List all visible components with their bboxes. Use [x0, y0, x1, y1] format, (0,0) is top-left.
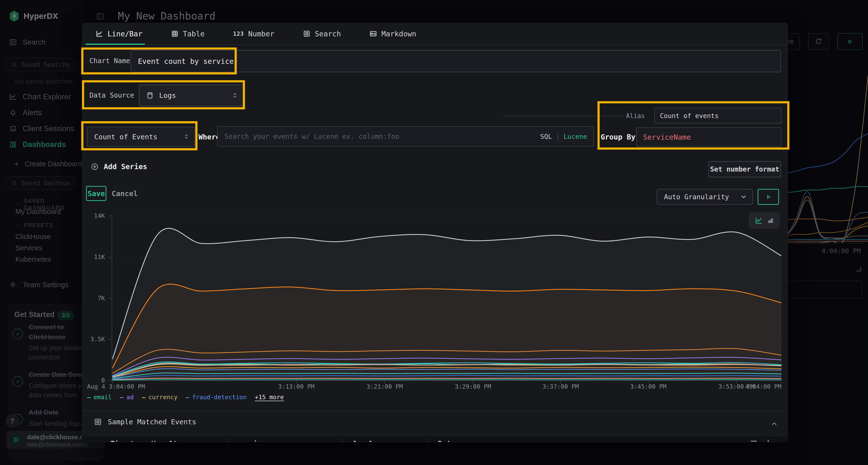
tabs-divider [82, 44, 788, 45]
legend-more-link[interactable]: +15 more [255, 394, 284, 401]
where-search-field: SQL | Lucene [217, 126, 594, 146]
x-tick-mark [781, 380, 782, 384]
legend-item-ad[interactable]: —ad [120, 394, 133, 401]
line-chart-icon [95, 30, 103, 38]
y-tick-label: 14K [82, 212, 105, 220]
add-series-button[interactable]: Add Series [91, 162, 147, 171]
save-button[interactable]: Save [86, 186, 106, 201]
column-header-timestamp-local-[interactable]: Timestamp (Local) [111, 439, 227, 442]
sample-events-header[interactable]: Sample Matched Events [94, 418, 196, 426]
legend-item-currency[interactable]: —currency [142, 394, 178, 401]
number-icon: 123 [233, 31, 244, 37]
x-tick-label: Aug 4 3:04:00 PM [87, 383, 145, 390]
x-tick-label: 3:13:00 PM [278, 383, 315, 390]
legend-item-email[interactable]: —email [87, 394, 112, 401]
y-tick-mark [108, 380, 112, 381]
x-tick-label: 4:04:00 PM [745, 383, 781, 390]
events-table-header: Timestamp (Local)servicelevelBody [82, 436, 788, 442]
timeseries-chart[interactable] [112, 216, 781, 380]
y-tick-mark [108, 339, 112, 339]
chevron-up-icon[interactable] [771, 420, 778, 427]
y-tick-label: 3.5K [82, 335, 105, 343]
y-axis: 03.5K7K11K14K [82, 216, 108, 380]
query-language-toggle: SQL | Lucene [540, 133, 587, 140]
run-query-button[interactable] [757, 189, 779, 205]
y-axis-line [112, 215, 112, 381]
tab-search[interactable]: Search [303, 30, 341, 38]
y-tick-mark [108, 215, 112, 216]
legend-item-fraud-detection[interactable]: —fraud-detection [186, 394, 247, 401]
tab-line-bar[interactable]: Line/Bar [95, 30, 143, 38]
y-tick-label: 11K [82, 253, 105, 261]
granularity-select[interactable]: Auto Granularity [657, 189, 753, 205]
tab-label: Search [315, 30, 341, 38]
legend-dash: — [87, 394, 91, 401]
active-tab-indicator [86, 44, 145, 45]
chevron-down-icon [740, 193, 747, 200]
search-list-icon [303, 30, 311, 38]
lucene-toggle[interactable]: Lucene [563, 133, 587, 140]
highlight-box-aggregation [81, 121, 197, 150]
tab-markdown[interactable]: Markdown [369, 30, 416, 38]
legend-label: ad [126, 394, 133, 401]
granularity-value: Auto Granularity [664, 193, 740, 201]
legend-item--15-more[interactable]: +15 more [255, 394, 284, 401]
column-header-body[interactable]: Body [428, 439, 572, 442]
x-axis: Aug 4 3:04:00 PM3:13:00 PM3:21:00 PM3:29… [112, 383, 781, 391]
where-input[interactable] [218, 133, 540, 140]
column-header-service[interactable]: service [227, 439, 343, 442]
column-header-level[interactable]: level [343, 439, 428, 442]
markdown-icon [369, 30, 377, 38]
y-tick-mark [108, 298, 112, 299]
x-tick-mark [560, 380, 561, 384]
y-tick-mark [108, 257, 112, 257]
tab-table[interactable]: Table [171, 30, 205, 38]
y-tick-label: 7K [82, 294, 105, 302]
chart-type-tabs: Line/BarTable123NumberSearchMarkdown [95, 23, 416, 44]
sql-toggle[interactable]: SQL [540, 133, 552, 140]
x-tick-mark [473, 380, 473, 384]
legend-dash: — [142, 394, 146, 401]
hyperdx-app: HyperDX Search No saved searches Chart E… [0, 0, 868, 465]
plus-circle-icon [91, 163, 99, 171]
x-tick-mark [648, 380, 649, 384]
x-tick-label: 3:37:00 PM [542, 383, 579, 390]
section-divider [82, 410, 788, 411]
toggle-separator: | [556, 133, 560, 140]
tab-label: Markdown [381, 30, 416, 38]
play-icon [765, 193, 772, 200]
add-series-label: Add Series [104, 162, 147, 171]
x-tick-label: 3:21:00 PM [367, 383, 403, 390]
x-tick-mark [384, 380, 385, 384]
tab-label: Table [183, 30, 205, 38]
tab-label: Line/Bar [107, 30, 143, 38]
download-icon[interactable] [764, 439, 772, 442]
x-tick-label: 3:45:00 PM [630, 383, 667, 390]
legend-dash: — [120, 394, 123, 401]
highlight-box-group-by [597, 101, 789, 150]
x-tick-label: 3:29:00 PM [455, 383, 491, 390]
legend-label: fraud-detection [192, 394, 247, 401]
x-tick-mark [736, 380, 737, 384]
chart-legend: —email—ad—currency—fraud-detection+15 mo… [87, 394, 284, 401]
legend-label: currency [149, 394, 178, 401]
legend-label: email [94, 394, 112, 401]
sample-events-title: Sample Matched Events [108, 418, 196, 426]
cancel-button[interactable]: Cancel [112, 186, 138, 201]
set-number-format-button[interactable]: Set number format [708, 161, 781, 177]
table-icon [171, 30, 179, 38]
tab-label: Number [248, 30, 274, 38]
x-axis-line [112, 380, 782, 381]
tab-number[interactable]: 123Number [233, 30, 274, 38]
x-tick-mark [296, 380, 297, 384]
highlight-box-chart-name [81, 47, 237, 74]
where-label: Where [198, 133, 220, 141]
legend-dash: — [186, 394, 189, 401]
highlight-box-data-source [82, 80, 245, 109]
x-tick-mark [112, 380, 113, 384]
wrap-lines-icon[interactable] [750, 439, 758, 442]
list-box-icon [94, 418, 102, 426]
